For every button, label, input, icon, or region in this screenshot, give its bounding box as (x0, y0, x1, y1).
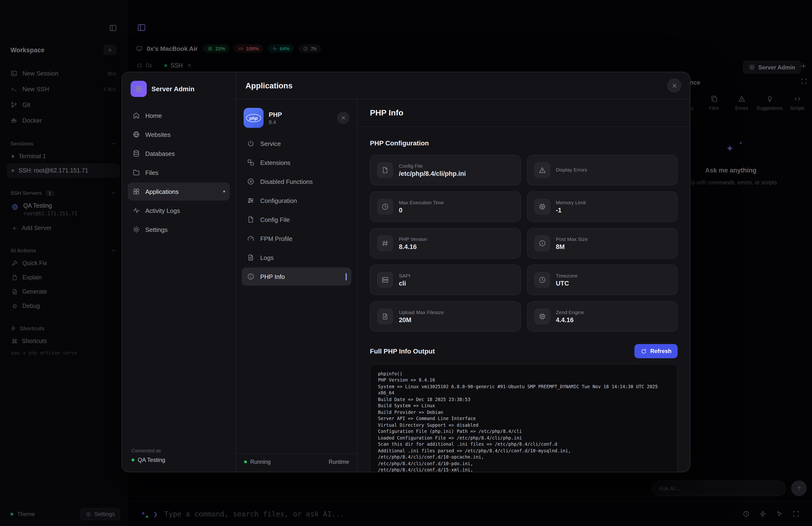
app-menu: Service Extensions Disabled Functions Co… (242, 134, 351, 286)
cpu-icon (534, 199, 550, 215)
sliders-icon (247, 197, 255, 204)
activity-icon (132, 207, 140, 214)
config-card-max-execution-time: Max Execution Time 0 (370, 191, 521, 222)
nav-item-websites[interactable]: Websites (128, 126, 230, 143)
grid-icon (132, 188, 140, 195)
close-icon (671, 83, 677, 89)
clock-icon (534, 272, 550, 288)
menu-item-logs[interactable]: Logs (242, 248, 351, 267)
php-info-panel: PHP Info PHP Configuration Config File /… (358, 99, 690, 472)
nav-item-files[interactable]: Files (128, 164, 230, 182)
grid-icon (135, 85, 143, 93)
modal-header: Applications (236, 72, 690, 99)
connected-server-name: QA Testing (138, 457, 165, 463)
modal-brand: Server Admin (128, 79, 230, 99)
php-logo: php (244, 108, 263, 128)
globe-icon (132, 131, 140, 138)
clock-icon (377, 199, 393, 215)
full-output-heading: Full PHP Info Output (370, 347, 435, 355)
power-icon (247, 140, 255, 147)
app-card: php PHP 8.4 (242, 105, 351, 134)
warning-icon (534, 162, 550, 178)
phpinfo-output[interactable]: phpinfo() PHP Version => 8.4.16 System =… (370, 364, 678, 472)
server-admin-modal: Server Admin Home Websites Databases Fil… (121, 72, 691, 472)
app-close-button[interactable] (337, 112, 349, 124)
server-admin-logo (131, 81, 147, 97)
folder-icon (132, 169, 140, 176)
config-card-upload-max-filesize: Upload Max Filesize 20M (370, 301, 521, 332)
menu-item-configuration[interactable]: Configuration (242, 191, 351, 210)
info-icon (247, 273, 255, 280)
app-status-bar: Running Runtime (236, 453, 357, 466)
menu-item-extensions[interactable]: Extensions (242, 154, 351, 172)
nav-item-activity-logs[interactable]: Activity Logs (128, 201, 230, 219)
app-menu-column: php PHP 8.4 Service Extensions (236, 99, 358, 472)
modal-close-button[interactable] (667, 79, 681, 93)
config-card-config-file: Config File /etc/php/8.4/cli/php.ini (370, 155, 521, 185)
config-card-post-max-size: Post Max Size 8M (527, 228, 678, 258)
config-card-display-errors: Display Errors (527, 155, 678, 185)
hash-icon (377, 235, 393, 251)
modal-nav: Home Websites Databases Files Applicatio… (128, 106, 230, 240)
menu-item-service[interactable]: Service (242, 134, 351, 153)
file-text-icon (247, 254, 255, 261)
refresh-button[interactable]: Refresh (635, 344, 678, 358)
modal-nav-column: Server Admin Home Websites Databases Fil… (122, 72, 236, 472)
php-info-title: PHP Info (358, 99, 690, 127)
file-icon (377, 162, 393, 178)
refresh-icon (641, 348, 647, 354)
config-card-php-version: PHP Version 8.4.16 (370, 228, 521, 258)
menu-item-config-file[interactable]: Config File (242, 211, 351, 229)
nav-item-home[interactable]: Home (128, 106, 230, 125)
running-status-label: Running (250, 459, 271, 465)
php-config-cards: Config File /etc/php/8.4/cli/php.ini Dis… (370, 155, 678, 332)
app-version: 8.4 (269, 119, 282, 125)
menu-item-php-info[interactable]: PHP Info (242, 268, 351, 286)
nav-item-databases[interactable]: Databases (128, 144, 230, 162)
connection-status-dot (132, 458, 134, 461)
menu-item-disabled-functions[interactable]: Disabled Functions (242, 172, 351, 190)
runtime-label: Runtime (329, 459, 349, 465)
nav-item-applications[interactable]: Applications (128, 183, 230, 200)
config-card-zend-engine: Zend Engine 4.4.16 (527, 301, 678, 332)
home-icon (132, 112, 140, 119)
php-configuration-heading: PHP Configuration (370, 139, 678, 147)
active-dot (223, 190, 225, 193)
screen: Workspace New Session ⌘N New SSH ⇧⌘N Git… (0, 0, 812, 526)
modal-title: Applications (246, 81, 292, 90)
running-status-dot (244, 460, 247, 463)
menu-item-fpm-profile[interactable]: FPM Profile (242, 229, 351, 247)
app-name: PHP (269, 111, 282, 118)
close-icon (340, 115, 346, 121)
blocks-icon (247, 159, 255, 166)
x-circle-icon (247, 178, 255, 185)
active-indicator (346, 273, 347, 280)
gauge-icon (247, 235, 255, 242)
gear-icon (132, 226, 140, 233)
info-icon (534, 235, 550, 251)
rows-icon (377, 272, 393, 288)
connection-footer: Connected as QA Testing (128, 444, 230, 465)
config-card-memory-limit: Memory Limit -1 (527, 191, 678, 222)
nav-item-settings[interactable]: Settings (128, 221, 230, 239)
file-icon (247, 216, 255, 223)
chip-icon (534, 308, 550, 325)
config-card-timezone: Timezone UTC (527, 265, 678, 295)
file-up-icon (377, 308, 393, 325)
config-card-sapi: SAPI cli (370, 265, 521, 295)
db-icon (132, 150, 140, 157)
